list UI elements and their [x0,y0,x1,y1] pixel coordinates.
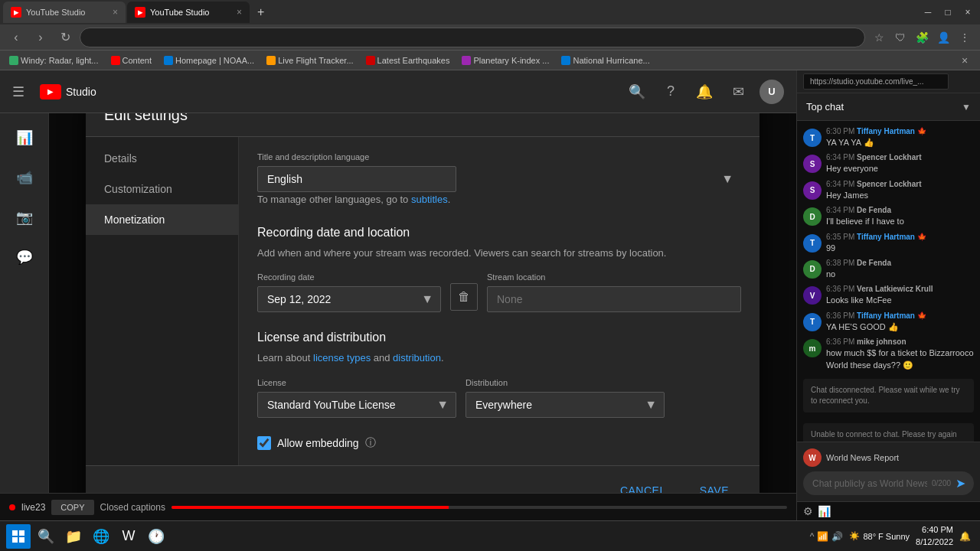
chat-username-9: mike johnson [857,337,906,346]
chat-settings-icon[interactable]: ⚙ [803,505,813,517]
sidebar-item-channel[interactable]: 📷 [6,199,43,236]
nav-item-customization[interactable]: Customization [86,174,238,204]
chat-text-5: 99 [826,243,974,254]
chat-header-chevron[interactable]: ▼ [962,102,971,112]
delete-date-button[interactable]: 🗑 [450,283,478,311]
maximize-button[interactable]: □ [939,5,957,20]
address-input[interactable]: https://studio.youtube.com/video/q1chOzT… [90,32,855,43]
embedding-checkbox[interactable] [257,436,271,450]
chat-msg-content-2: 6:34 PM Spencer Lockhart Hey everyone [826,153,974,174]
more-icon[interactable]: ⋮ [956,28,974,47]
start-button[interactable] [6,524,31,549]
chat-username-8: Tiffany Hartman 🍁 [857,311,926,320]
studio-main: Edit settings Details Customization Mone… [49,113,796,493]
user-icon[interactable]: 👤 [934,28,952,47]
chat-message-1: T 6:30 PM Tiffany Hartman 🍁 YA YA YA 👍 [803,127,974,148]
sidebar-item-dashboard[interactable]: 📊 [6,119,43,156]
extensions-icon[interactable]: 🧩 [913,28,931,47]
language-group: Title and description language English S… [257,152,741,192]
bookmark-6[interactable]: Planetary K-index ... [459,54,552,67]
chat-stats-icon[interactable]: 📊 [818,505,831,517]
language-section: Title and description language English S… [257,152,741,207]
forward-button[interactable]: › [31,28,51,47]
hamburger-menu[interactable]: ☰ [12,83,24,100]
bookmarks-close[interactable]: × [956,51,974,70]
chat-send-button[interactable]: ➤ [956,476,965,491]
copy-button[interactable]: COPY [51,500,93,515]
user-avatar[interactable]: U [760,80,784,104]
window-close-button[interactable]: × [959,5,977,20]
taskbar-icon-search[interactable]: 🔍 [34,524,58,549]
notifications-icon[interactable]: 🔔 [692,80,717,104]
browser-tab-2[interactable]: ▶ YouTube Studio × [127,2,250,23]
nav-item-monetization[interactable]: Monetization [86,204,238,235]
star-icon[interactable]: ☆ [870,28,888,47]
chat-username-7: Vera Latkiewicz Krull [857,285,933,293]
chat-avatar-6: D [803,260,822,279]
shield-icon[interactable]: 🛡 [891,28,910,47]
distribution-select[interactable]: Everywhere Nowhere [466,392,665,418]
chat-msg-content-5: 6:35 PM Tiffany Hartman 🍁 99 [826,233,974,254]
taskbar-time[interactable]: 6:40 PM 8/12/2022 [916,524,953,548]
tab-favicon-2: ▶ [135,7,145,18]
browser-tab-1[interactable]: ▶ YouTube Studio × [3,2,126,23]
location-input[interactable] [487,286,741,312]
bookmark-5[interactable]: Latest Earthquakes [363,54,453,67]
save-button[interactable]: SAVE [688,478,741,493]
chat-url: https://studio.youtube.com/live_... [803,73,949,90]
distribution-link[interactable]: distribution [393,352,441,364]
send-icon[interactable]: ✉ [726,80,750,104]
search-icon[interactable]: 🔍 [625,80,649,104]
tab-close-2[interactable]: × [237,7,242,18]
chat-text-2: Hey everyone [826,163,974,174]
date-picker[interactable]: Sep 12, 2022 [257,286,441,312]
recording-desc: Add when and where your stream was recor… [257,246,741,261]
recording-title: Recording date and location [257,226,741,240]
tray-icon-network[interactable]: 📶 [817,531,828,542]
license-types-link[interactable]: license types [313,352,371,364]
sidebar-item-comments[interactable]: 💬 [6,239,43,276]
taskbar-icon-chrome[interactable]: 🌐 [89,524,113,549]
language-select[interactable]: English Spanish French [257,166,456,192]
sidebar-item-videos[interactable]: 📹 [6,159,43,196]
weather-text: 88° F Sunny [863,532,910,541]
studio-content: 📊 📹 📷 💬 Edit settings [0,113,796,493]
subtitles-link[interactable]: subtitles [411,194,448,205]
back-button[interactable]: ‹ [6,28,26,47]
cancel-button[interactable]: CANCEL [608,478,678,493]
refresh-button[interactable]: ↻ [55,28,75,47]
chat-username-2: Spencer Lockhart [857,153,921,161]
minimize-button[interactable]: ─ [919,5,937,20]
address-bar[interactable]: https://studio.youtube.com/video/q1chOzT… [80,28,865,47]
taskbar-icon-explorer[interactable]: 📁 [61,524,86,549]
distribution-select-wrapper: Everywhere Nowhere ▼ [466,392,665,418]
weather-icon: ☀️ [849,531,860,541]
tab-close-1[interactable]: × [113,7,118,18]
bookmark-7[interactable]: National Hurricane... [558,54,652,67]
tray-icon-volume[interactable]: 🔊 [831,531,843,542]
chat-input-row[interactable]: 0/200 ➤ [803,471,974,495]
nav-item-details[interactable]: Details [86,143,238,174]
taskbar-icon-clock[interactable]: 🕐 [144,524,168,549]
studio-header: ☰ Studio 🔍 ? 🔔 ✉ U [0,70,796,113]
bookmark-4[interactable]: Live Flight Tracker... [263,54,356,67]
captions-label: Closed captions [100,502,165,513]
chat-msg-content-1: 6:30 PM Tiffany Hartman 🍁 YA YA YA 👍 [826,127,974,148]
chat-text-3: Hey James [826,190,974,201]
embedding-label[interactable]: Allow embedding [277,437,359,449]
chat-input[interactable] [812,478,927,489]
help-icon[interactable]: ? [658,80,683,104]
bookmark-2[interactable]: Content [108,54,155,67]
chat-notice-2: Unable to connect to chat. Please try ag… [803,423,974,442]
bookmark-1[interactable]: Windy: Radar, light... [6,54,102,67]
license-select[interactable]: Standard YouTube License Creative Common… [257,392,456,418]
stream-progress-fill [172,506,449,509]
embedding-help-icon[interactable]: ⓘ [365,436,376,450]
taskbar-icon-word[interactable]: W [116,524,141,549]
tray-icon-1[interactable]: ^ [810,531,815,542]
chat-time-7: 6:36 PM [826,285,854,293]
bookmark-3[interactable]: Homepage | NOAA... [161,54,257,67]
license-form-row: License Standard YouTube License Creativ… [257,378,741,418]
new-tab-button[interactable]: + [251,5,270,19]
tray-notification-icon[interactable]: 🔔 [959,531,971,542]
